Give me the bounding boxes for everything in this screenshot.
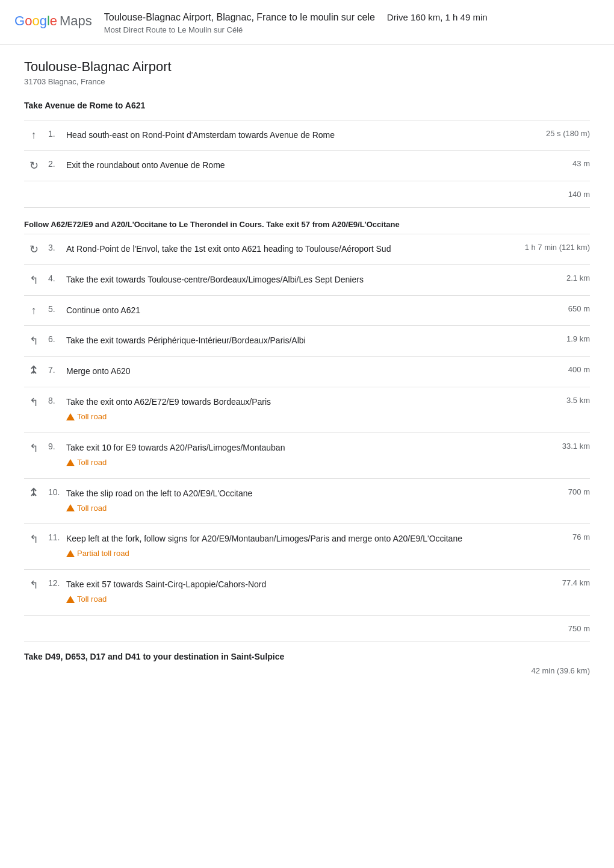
step-number: 10. bbox=[48, 478, 66, 524]
step-number: 9. bbox=[48, 432, 66, 478]
trailing-dist-row: 750 m bbox=[24, 615, 590, 642]
step-text: Merge onto A620 bbox=[66, 357, 512, 387]
section1-header: Take Avenue de Rome to A621 bbox=[24, 101, 590, 115]
step-number: 6. bbox=[48, 326, 66, 357]
table-row: ↱ 8. Take the exit onto A62/E72/E9 towar… bbox=[24, 387, 590, 433]
route-title: Toulouse-Blagnac Airport, Blagnac, Franc… bbox=[104, 12, 375, 23]
google-logo-text: Google bbox=[14, 13, 57, 29]
table-row: ↱ 9. Take exit 10 for E9 towards A20/Par… bbox=[24, 432, 590, 478]
step-number: 11. bbox=[48, 524, 66, 570]
table-row: ↱ 4. Take the exit towards Toulouse-cent… bbox=[24, 265, 590, 296]
step-icon: ↑ bbox=[24, 120, 48, 151]
step-text: Continue onto A621 bbox=[66, 296, 512, 326]
step-number: 12. bbox=[48, 570, 66, 616]
trailing-dist-row: 140 m bbox=[24, 181, 590, 208]
step-distance: 700 m bbox=[512, 478, 590, 524]
section2-steps: ↻ 3. At Rond-Point de l'Envol, take the … bbox=[24, 234, 590, 642]
section3-header: Take D49, D653, D17 and D41 to your dest… bbox=[24, 642, 590, 664]
table-row: ↑ 5. Continue onto A621 650 m bbox=[24, 296, 590, 326]
final-distance: 42 min (39.6 km) bbox=[24, 664, 590, 675]
step-distance: 33.1 km bbox=[512, 432, 590, 478]
step-text: Take the exit towards Périphérique-Intér… bbox=[66, 326, 512, 357]
step-text: Take exit 57 towards Saint-Cirq-Lapopie/… bbox=[66, 570, 512, 616]
step-text: Keep left at the fork, follow signs for … bbox=[66, 524, 512, 570]
step-icon bbox=[24, 357, 48, 387]
table-row: 10. Take the slip road on the left to A2… bbox=[24, 478, 590, 524]
step-icon: ↱ bbox=[24, 387, 48, 433]
merge-icon bbox=[28, 365, 39, 376]
trailing-distance: 140 m bbox=[510, 181, 590, 208]
step-distance: 1.9 km bbox=[512, 326, 590, 357]
step-icon: ↱ bbox=[24, 432, 48, 478]
step-distance: 3.5 km bbox=[512, 387, 590, 433]
step-icon: ↰ bbox=[24, 524, 48, 570]
step-icon: ↱ bbox=[24, 570, 48, 616]
toll-warning-icon bbox=[66, 596, 75, 603]
header-info: Toulouse-Blagnac Airport, Blagnac, Franc… bbox=[104, 12, 600, 34]
section2-header: Follow A62/E72/E9 and A20/L'Occitane to … bbox=[24, 207, 590, 234]
partial-toll-badge: Partial toll road bbox=[66, 548, 129, 560]
step-icon: ↑ bbox=[24, 296, 48, 326]
step-icon: ↱ bbox=[24, 326, 48, 357]
table-row: ↻ 2. Exit the roundabout onto Avenue de … bbox=[24, 151, 590, 181]
step-distance: 400 m bbox=[512, 357, 590, 387]
header-title-row: Toulouse-Blagnac Airport, Blagnac, Franc… bbox=[104, 12, 600, 23]
table-row: ↑ 1. Head south-east on Rond-Point d'Ams… bbox=[24, 120, 590, 151]
step-text: At Rond-Point de l'Envol, take the 1st e… bbox=[66, 234, 512, 265]
step-distance: 1 h 7 min (121 km) bbox=[512, 234, 590, 265]
table-row: 7. Merge onto A620 400 m bbox=[24, 357, 590, 387]
step-text: Head south-east on Rond-Point d'Amsterda… bbox=[66, 120, 510, 151]
step-distance: 77.4 km bbox=[512, 570, 590, 616]
step-number: 5. bbox=[48, 296, 66, 326]
step-number: 8. bbox=[48, 387, 66, 433]
page-header: Google Maps Toulouse-Blagnac Airport, Bl… bbox=[0, 0, 614, 45]
table-row: ↻ 3. At Rond-Point de l'Envol, take the … bbox=[24, 234, 590, 265]
step-distance: 43 m bbox=[510, 151, 590, 181]
step-distance: 25 s (180 m) bbox=[510, 120, 590, 151]
toll-badge: Toll road bbox=[66, 411, 107, 423]
origin-title: Toulouse-Blagnac Airport bbox=[24, 59, 590, 75]
step-number: 3. bbox=[48, 234, 66, 265]
google-maps-logo: Google Maps bbox=[14, 13, 92, 29]
step-text: Take exit 10 for E9 towards A20/Paris/Li… bbox=[66, 432, 512, 478]
step-distance: 76 m bbox=[512, 524, 590, 570]
step-icon: ↻ bbox=[24, 151, 48, 181]
toll-warning-icon bbox=[66, 550, 75, 557]
section1-steps: ↑ 1. Head south-east on Rond-Point d'Ams… bbox=[24, 120, 590, 207]
step-icon bbox=[24, 478, 48, 524]
table-row: ↰ 11. Keep left at the fork, follow sign… bbox=[24, 524, 590, 570]
step-icon: ↻ bbox=[24, 234, 48, 265]
step-number: 7. bbox=[48, 357, 66, 387]
drive-info: Drive 160 km, 1 h 49 min bbox=[387, 12, 488, 22]
step-distance: 650 m bbox=[512, 296, 590, 326]
toll-badge: Toll road bbox=[66, 502, 107, 514]
main-content: Toulouse-Blagnac Airport 31703 Blagnac, … bbox=[0, 45, 614, 699]
toll-warning-icon bbox=[66, 413, 75, 420]
step-text: Take the slip road on the left to A20/E9… bbox=[66, 478, 512, 524]
toll-warning-icon bbox=[66, 504, 75, 511]
route-subtitle: Most Direct Route to Le Moulin sur Célé bbox=[104, 25, 600, 34]
table-row: ↱ 6. Take the exit towards Périphérique-… bbox=[24, 326, 590, 357]
table-row: ↱ 12. Take exit 57 towards Saint-Cirq-La… bbox=[24, 570, 590, 616]
merge-left-icon bbox=[28, 487, 39, 498]
step-text: Take the exit towards Toulouse-centre/Bo… bbox=[66, 265, 512, 296]
toll-badge: Toll road bbox=[66, 593, 107, 605]
maps-logo-text: Maps bbox=[60, 13, 92, 29]
step-number: 1. bbox=[48, 120, 66, 151]
step-text: Take the exit onto A62/E72/E9 towards Bo… bbox=[66, 387, 512, 433]
step-number: 2. bbox=[48, 151, 66, 181]
step-icon: ↱ bbox=[24, 265, 48, 296]
step-number: 4. bbox=[48, 265, 66, 296]
origin-address: 31703 Blagnac, France bbox=[24, 77, 590, 86]
trailing-distance: 750 m bbox=[512, 615, 590, 642]
toll-badge: Toll road bbox=[66, 457, 107, 469]
step-distance: 2.1 km bbox=[512, 265, 590, 296]
step-text: Exit the roundabout onto Avenue de Rome bbox=[66, 151, 510, 181]
origin-section: Toulouse-Blagnac Airport 31703 Blagnac, … bbox=[24, 59, 590, 86]
toll-warning-icon bbox=[66, 459, 75, 466]
